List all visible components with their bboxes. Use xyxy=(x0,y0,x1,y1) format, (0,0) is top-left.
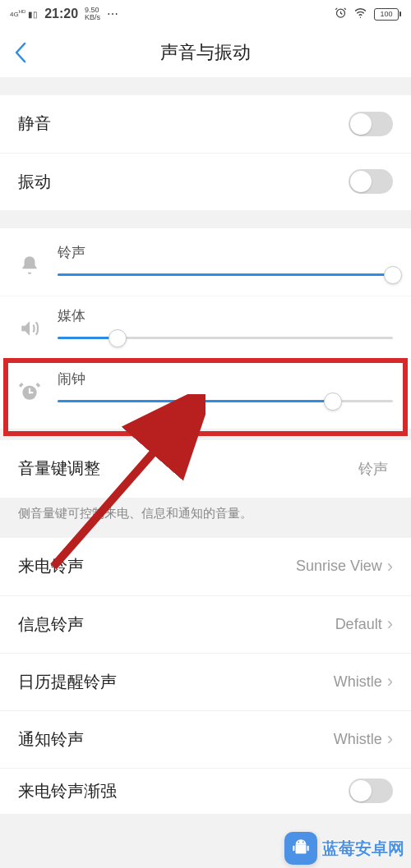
calendar-label: 日历提醒铃声 xyxy=(18,671,117,693)
increase-toggle[interactable] xyxy=(349,778,393,803)
status-left: 4GHD ▮▯ 21:20 9.50 KB/s ⋯ xyxy=(10,7,119,21)
watermark-icon xyxy=(284,832,317,865)
svg-rect-9 xyxy=(307,846,309,852)
bell-icon xyxy=(18,243,41,284)
chevron-right-icon: › xyxy=(387,613,393,635)
row-volume-key[interactable]: 音量键调整 铃声 xyxy=(0,440,411,498)
message-value: Default xyxy=(335,616,382,633)
slider-ringtone[interactable] xyxy=(58,273,393,276)
row-message-ringtone[interactable]: 信息铃声 Default › xyxy=(0,595,411,653)
status-speed: 9.50 KB/s xyxy=(85,7,100,21)
svg-point-1 xyxy=(360,16,361,17)
row-calendar-ringtone[interactable]: 日历提醒铃声 Whistle › xyxy=(0,653,411,710)
calendar-value: Whistle xyxy=(334,673,382,691)
status-right: 100 xyxy=(335,6,401,22)
section-gap xyxy=(0,429,411,440)
vibrate-label: 振动 xyxy=(18,171,51,193)
slider-alarm[interactable] xyxy=(58,400,393,402)
chevron-right-icon: › xyxy=(387,556,393,577)
message-label: 信息铃声 xyxy=(18,613,84,636)
row-notify-ringtone[interactable]: 通知铃声 Whistle › xyxy=(0,710,411,768)
row-vibrate[interactable]: 振动 xyxy=(0,153,411,210)
slider-alarm-row: 闹钟 xyxy=(0,359,411,429)
row-incoming-increase[interactable]: 来电铃声渐强 xyxy=(0,768,411,814)
section-gap xyxy=(0,77,411,95)
alarm-status-icon xyxy=(335,7,347,21)
battery-icon: 100 xyxy=(374,8,401,21)
incoming-value: Sunrise View xyxy=(296,558,382,575)
row-silent[interactable]: 静音 xyxy=(0,95,411,153)
slider-alarm-fill xyxy=(58,400,333,402)
silent-label: 静音 xyxy=(18,113,51,135)
incoming-label: 来电铃声 xyxy=(18,555,84,577)
slider-media-label: 媒体 xyxy=(58,306,393,325)
watermark-text: 蓝莓安卓网 xyxy=(322,838,404,860)
speed-unit: KB/s xyxy=(85,13,100,21)
status-bar: 4GHD ▮▯ 21:20 9.50 KB/s ⋯ 100 xyxy=(0,0,411,28)
more-dots-icon: ⋯ xyxy=(107,7,119,21)
wifi-icon xyxy=(353,6,367,22)
back-button[interactable] xyxy=(0,28,41,77)
volumekey-help: 侧音量键可控制来电、信息和通知的音量。 xyxy=(0,498,411,538)
slider-media-thumb[interactable] xyxy=(109,329,127,347)
notify-value: Whistle xyxy=(334,731,382,748)
notify-label: 通知铃声 xyxy=(18,728,84,751)
increase-label: 来电铃声渐强 xyxy=(18,780,117,802)
vibrate-toggle[interactable] xyxy=(349,169,393,194)
alarm-icon xyxy=(18,370,41,411)
svg-point-10 xyxy=(298,842,299,843)
slider-ringtone-thumb[interactable] xyxy=(384,266,402,284)
svg-point-11 xyxy=(302,842,304,843)
svg-rect-4 xyxy=(29,392,33,393)
slider-ringtone-row: 铃声 xyxy=(0,228,411,296)
status-time: 21:20 xyxy=(44,7,78,21)
volumekey-value: 铃声 xyxy=(358,459,388,479)
speaker-icon xyxy=(18,306,41,347)
slider-media-row: 媒体 xyxy=(0,296,411,359)
svg-rect-8 xyxy=(293,846,294,852)
title-bar: 声音与振动 xyxy=(0,28,411,77)
slider-media[interactable] xyxy=(58,337,393,339)
slider-alarm-thumb[interactable] xyxy=(324,393,342,411)
row-incoming-ringtone[interactable]: 来电铃声 Sunrise View › xyxy=(0,538,411,595)
silent-toggle[interactable] xyxy=(349,112,393,136)
page-title: 声音与振动 xyxy=(0,40,411,65)
slider-ringtone-label: 铃声 xyxy=(58,243,393,262)
signal-icon: 4GHD ▮▯ xyxy=(10,10,38,19)
chevron-right-icon: › xyxy=(387,728,393,750)
volumekey-label: 音量键调整 xyxy=(18,457,100,480)
section-gap xyxy=(0,210,411,228)
slider-ringtone-fill xyxy=(58,273,393,276)
svg-rect-7 xyxy=(296,845,307,854)
slider-alarm-label: 闹钟 xyxy=(58,370,393,388)
watermark: 蓝莓安卓网 xyxy=(284,832,404,865)
chevron-right-icon: › xyxy=(387,671,393,692)
battery-level: 100 xyxy=(380,10,392,18)
